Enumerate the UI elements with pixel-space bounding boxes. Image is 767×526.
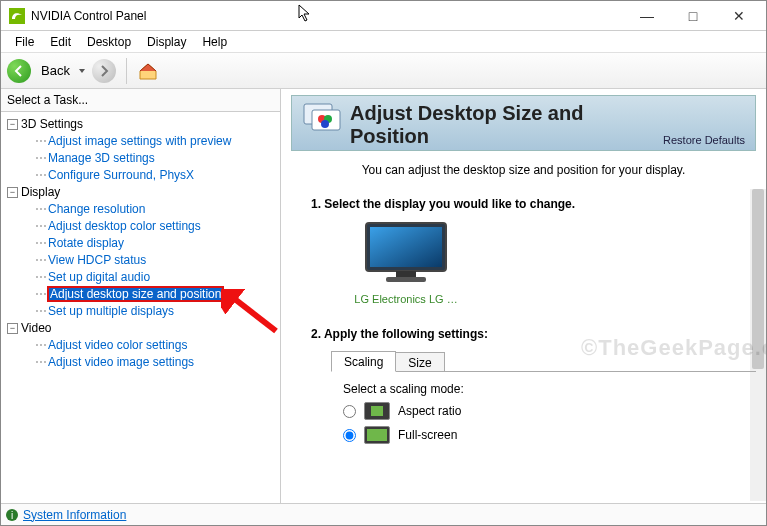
window-title: NVIDIA Control Panel [31,9,624,23]
step1-heading: 1. Select the display you would like to … [311,197,756,211]
scaling-mode-label: Select a scaling mode: [343,382,756,396]
step2-heading: 2. Apply the following settings: [311,327,756,341]
scrollbar[interactable] [750,189,766,501]
scaling-panel: Select a scaling mode: Aspect ratio Full… [331,371,756,444]
tree-cat-video[interactable]: −Video ⋯Adjust video color settings ⋯Adj… [3,320,278,371]
tree-item-color-settings[interactable]: ⋯Adjust desktop color settings [7,218,278,235]
collapse-icon[interactable]: − [7,187,18,198]
content-pane: Adjust Desktop Size and Position Restore… [281,89,766,505]
titlebar: NVIDIA Control Panel ― □ ✕ [1,1,766,31]
svg-rect-11 [371,406,383,416]
tree-item-hdcp[interactable]: ⋯View HDCP status [7,252,278,269]
scroll-thumb[interactable] [752,189,764,369]
tree-item-digital-audio[interactable]: ⋯Set up digital audio [7,269,278,286]
collapse-icon[interactable]: − [7,119,18,130]
tree-item-change-resolution[interactable]: ⋯Change resolution [7,201,278,218]
mouse-cursor-icon [298,4,312,22]
display-settings-icon [302,102,342,140]
minimize-button[interactable]: ― [624,1,670,31]
svg-rect-8 [370,227,442,267]
system-information-link[interactable]: System Information [23,508,126,522]
full-screen-icon [364,426,390,444]
page-title: Adjust Desktop Size and Position [350,102,655,148]
restore-defaults-link[interactable]: Restore Defaults [663,134,745,148]
radio-aspect-label: Aspect ratio [398,404,461,418]
home-icon[interactable] [137,60,159,82]
menu-file[interactable]: File [7,33,42,51]
page-header: Adjust Desktop Size and Position Restore… [291,95,756,151]
maximize-button[interactable]: □ [670,1,716,31]
radio-aspect-ratio[interactable]: Aspect ratio [343,402,756,420]
back-button[interactable] [7,59,31,83]
tree-item-video-image[interactable]: ⋯Adjust video image settings [7,354,278,371]
radio-fullscreen-input[interactable] [343,429,356,442]
menubar: File Edit Desktop Display Help [1,31,766,53]
task-sidebar: Select a Task... −3D Settings ⋯Adjust im… [1,89,281,505]
tree-item-rotate[interactable]: ⋯Rotate display [7,235,278,252]
menu-display[interactable]: Display [139,33,194,51]
svg-rect-12 [367,429,387,441]
tree-item-size-position[interactable]: ⋯Adjust desktop size and position [7,286,278,303]
tree-item-video-color[interactable]: ⋯Adjust video color settings [7,337,278,354]
display-thumbnail[interactable]: LG Electronics LG … [351,219,461,305]
task-tree: −3D Settings ⋯Adjust image settings with… [1,112,280,505]
tree-item-manage-3d[interactable]: ⋯Manage 3D settings [7,150,278,167]
window-controls: ― □ ✕ [624,1,762,31]
arrow-left-icon [13,65,25,77]
statusbar: i System Information [1,503,766,525]
tree-item-image-settings[interactable]: ⋯Adjust image settings with preview [7,133,278,150]
radio-fullscreen-label: Full-screen [398,428,457,442]
task-header: Select a Task... [1,89,280,112]
radio-full-screen[interactable]: Full-screen [343,426,756,444]
arrow-right-icon [98,65,110,77]
tree-cat-3d[interactable]: −3D Settings ⋯Adjust image settings with… [3,116,278,184]
settings-tabs: Scaling Size [331,351,756,372]
menu-edit[interactable]: Edit [42,33,79,51]
toolbar: Back [1,53,766,89]
menu-desktop[interactable]: Desktop [79,33,139,51]
toolbar-separator [126,58,127,84]
tree-cat-display[interactable]: −Display ⋯Change resolution ⋯Adjust desk… [3,184,278,320]
tab-size[interactable]: Size [396,352,444,372]
radio-aspect-input[interactable] [343,405,356,418]
back-label: Back [41,63,70,78]
tab-scaling[interactable]: Scaling [331,351,396,372]
tree-item-multiple-displays[interactable]: ⋯Set up multiple displays [7,303,278,320]
forward-button[interactable] [92,59,116,83]
svg-text:i: i [11,510,13,521]
svg-rect-10 [386,277,426,282]
svg-point-5 [321,120,329,128]
svg-rect-9 [396,271,416,277]
collapse-icon[interactable]: − [7,323,18,334]
info-icon: i [5,508,19,522]
aspect-ratio-icon [364,402,390,420]
page-description: You can adjust the desktop size and posi… [291,151,756,191]
menu-help[interactable]: Help [194,33,235,51]
tree-item-surround[interactable]: ⋯Configure Surround, PhysX [7,167,278,184]
monitor-icon [360,219,452,287]
close-button[interactable]: ✕ [716,1,762,31]
nvidia-logo-icon [9,8,25,24]
back-dropdown-icon[interactable] [78,67,86,75]
display-name-label: LG Electronics LG … [351,293,461,305]
svg-rect-0 [9,8,25,24]
